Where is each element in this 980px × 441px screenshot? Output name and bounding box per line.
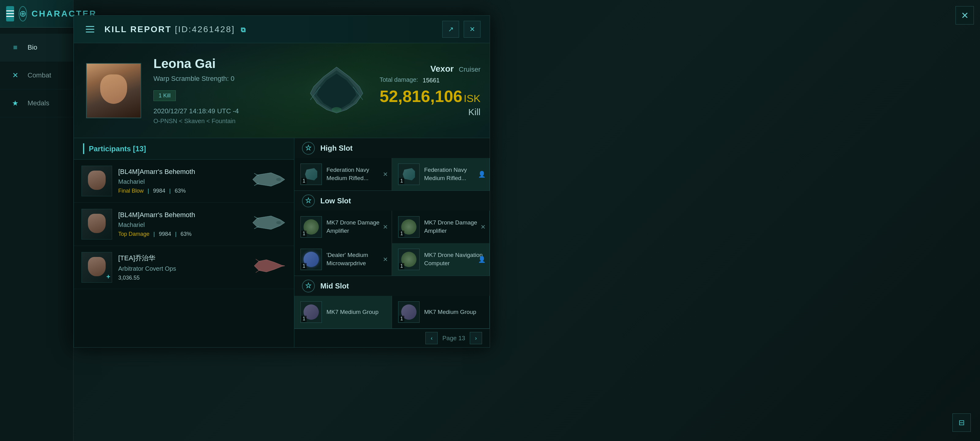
modal-actions: ↗ ✕	[442, 21, 480, 38]
participant-ship: Arbitrator Covert Ops	[118, 265, 243, 272]
participant-name: [TEA]乔治华	[118, 253, 243, 263]
sidebar-label-combat: Combat	[27, 72, 51, 79]
avatar-image	[87, 64, 140, 118]
low-slot-items-row2: 1 'Dealer' Medium Microwarpdrive ✕ 1 MK7…	[294, 243, 490, 275]
prev-page-button[interactable]: ‹	[425, 332, 438, 344]
item-icon-nav-computer: 1	[398, 249, 420, 270]
export-button[interactable]: ↗	[442, 21, 459, 38]
sidebar-label-bio: Bio	[27, 43, 37, 51]
sidebar-nav: ≡ Bio ✕ Combat ★ Medals	[0, 27, 73, 123]
mid-item-name-1: MK7 Medium Group	[326, 308, 379, 316]
sidebar: ⊕ CHARACTER ≡ Bio ✕ Combat ★ Medals	[0, 0, 73, 441]
ship-display	[291, 57, 382, 124]
low-slot-title: Low Slot	[320, 197, 351, 205]
ship-name-class: Vexor Cruiser	[379, 64, 480, 74]
participant-item[interactable]: [TEA]乔治华 Arbitrator Covert Ops 3,036.55	[74, 246, 294, 289]
low-slot-item-3[interactable]: 1 'Dealer' Medium Microwarpdrive ✕	[294, 243, 392, 275]
participant-info: [BL4M]Amarr's Behemoth Machariel Final B…	[118, 168, 243, 194]
medals-icon: ★	[9, 97, 21, 109]
kill-stats: Vexor Cruiser Total damage: 15661 52,816…	[379, 64, 480, 117]
mid-slot-header: Mid Slot	[294, 276, 490, 296]
mid-item-name-2: MK7 Medium Group	[424, 308, 476, 316]
high-slot-item-1[interactable]: 1 Federation Navy Medium Rifled... ✕	[294, 158, 392, 191]
participant-avatar	[81, 166, 112, 196]
bio-icon: ≡	[9, 41, 21, 54]
low-item-name-3: 'Dealer' Medium Microwarpdrive	[326, 251, 385, 267]
item-icon-mid-2: 1	[398, 301, 420, 323]
page-label: Page 13	[442, 335, 465, 342]
svg-line-17	[256, 269, 260, 272]
high-slot-title: High Slot	[320, 144, 353, 153]
low-item-name-1: MK7 Drone Damage Amplifier	[326, 219, 385, 235]
participant-ship-image	[250, 170, 286, 192]
isk-display: 52,816,106 ISK	[379, 88, 480, 104]
low-slot-items-row1: 1 MK7 Drone Damage Amplifier ✕ 1 MK7 Dro…	[294, 211, 490, 243]
participant-name: [BL4M]Amarr's Behemoth	[118, 168, 243, 176]
sidebar-item-bio[interactable]: ≡ Bio	[0, 34, 73, 62]
item-icon-mid-1: 1	[301, 301, 322, 323]
participants-title: Participants [13]	[89, 145, 146, 153]
low-item-name-2: MK7 Drone Damage Amplifier	[424, 219, 483, 235]
participants-panel: Participants [13] [BL4M]Amarr's Behemoth…	[74, 138, 294, 347]
mid-slot-section: Mid Slot 1 MK7 Medium Group 1	[294, 276, 490, 329]
copy-icon[interactable]: ⧉	[241, 26, 247, 34]
character-banner: Leona Gai Warp Scramble Strength: 0 1 Ki…	[74, 43, 490, 138]
participant-item[interactable]: [BL4M]Amarr's Behemoth Machariel Final B…	[74, 159, 294, 203]
participant-ship: Machariel	[118, 178, 243, 185]
modal-menu-button[interactable]	[83, 22, 97, 36]
low-slot-icon	[302, 194, 315, 207]
svg-point-4	[332, 107, 342, 112]
item-action-remove[interactable]: ✕	[383, 170, 388, 178]
mid-slot-item-2[interactable]: 1 MK7 Medium Group	[392, 296, 490, 328]
mid-slot-items: 1 MK7 Medium Group 1 MK7 Medium Group	[294, 296, 490, 328]
low-slot-item-1[interactable]: 1 MK7 Drone Damage Amplifier ✕	[294, 211, 392, 243]
sidebar-label-medals: Medals	[27, 99, 49, 107]
sidebar-header: ⊕ CHARACTER	[0, 0, 73, 27]
participant-avatar	[81, 209, 112, 239]
participant-ship-image	[250, 256, 286, 278]
high-slot-icon	[302, 142, 315, 154]
vitruvian-icon: ⊕	[19, 6, 27, 21]
sidebar-menu-button[interactable]	[6, 6, 14, 21]
svg-point-14	[276, 221, 281, 224]
low-slot-item-2[interactable]: 1 MK7 Drone Damage Amplifier ✕	[392, 211, 490, 243]
low-slot-item-4[interactable]: 1 MK7 Drone Navigation Computer 👤	[392, 243, 490, 275]
filter-button[interactable]: ⊟	[953, 414, 971, 432]
item-icon-rifle-2: 1	[398, 164, 420, 185]
participant-stats: Top Damage | 9984 | 63%	[118, 231, 243, 237]
mid-slot-title: Mid Slot	[320, 282, 349, 290]
combat-icon: ✕	[9, 69, 21, 81]
participant-ship: Machariel	[118, 221, 243, 228]
low-slot-section: Low Slot 1 MK7 Drone Damage Amplifier ✕	[294, 191, 490, 276]
high-slot-item-2[interactable]: 1 Federation Navy Medium Rifled... 👤	[392, 158, 490, 191]
participant-item[interactable]: [BL4M]Amarr's Behemoth Machariel Top Dam…	[74, 203, 294, 246]
kill-badge: 1 Kill	[153, 90, 176, 101]
item-action-person[interactable]: 👤	[478, 256, 486, 263]
participant-avatar	[81, 252, 112, 283]
item-name-2: Federation Navy Medium Rifled...	[424, 166, 483, 182]
participants-header: Participants [13]	[74, 138, 294, 159]
low-item-name-4: MK7 Drone Navigation Computer	[424, 251, 483, 267]
item-action-remove[interactable]: ✕	[383, 256, 388, 263]
equipment-panel: High Slot 1 Federation Navy Medium Rifle…	[294, 138, 490, 347]
next-page-button[interactable]: ›	[470, 332, 482, 344]
item-action-remove[interactable]: ✕	[383, 223, 388, 231]
item-action-person[interactable]: 👤	[478, 170, 486, 178]
mid-slot-item-1[interactable]: 1 MK7 Medium Group	[294, 296, 392, 328]
participant-stats: 3,036.55	[118, 275, 243, 281]
item-action-remove[interactable]: ✕	[480, 223, 486, 231]
modal-header: KILL REPORT [ID:4261428] ⧉ ↗ ✕	[74, 16, 490, 43]
high-slot-header: High Slot	[294, 138, 490, 158]
participant-info: [TEA]乔治华 Arbitrator Covert Ops 3,036.55	[118, 253, 243, 281]
svg-marker-15	[254, 260, 285, 272]
participant-name: [BL4M]Amarr's Behemoth	[118, 211, 243, 219]
item-icon-drone-2: 1	[398, 216, 420, 238]
item-icon-warp: 1	[301, 249, 322, 270]
svg-point-10	[276, 178, 281, 181]
sidebar-item-combat[interactable]: ✕ Combat	[0, 62, 73, 89]
main-close-button[interactable]: ✕	[956, 6, 974, 24]
kill-type-label: Kill	[379, 107, 480, 117]
high-slot-items: 1 Federation Navy Medium Rifled... ✕ 1 F…	[294, 158, 490, 191]
sidebar-item-medals[interactable]: ★ Medals	[0, 89, 73, 117]
modal-close-button[interactable]: ✕	[464, 21, 480, 38]
